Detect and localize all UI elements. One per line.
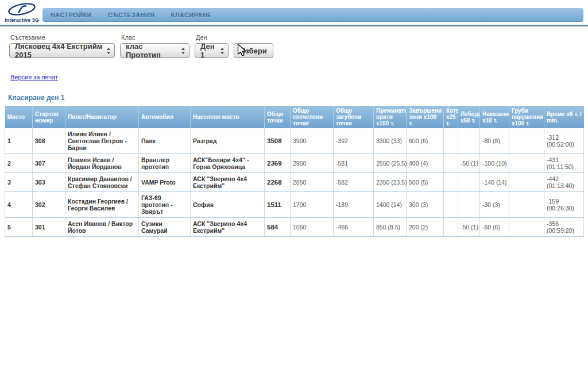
select-button[interactable]: Избери [234, 43, 273, 58]
main-nav: НАСТРОЙКИСЪСТЕЗАНИЯКЛАСИРАНЕ [42, 8, 583, 22]
column-header-zones-finished: Завършени зони x100 т. [407, 106, 444, 128]
cell-town: АСК "Зверино 4x4 Екстрийм" [191, 173, 265, 192]
cell-gates-passed: 3300 (33) [374, 128, 407, 154]
cell-time: -159 (00:26:30) [544, 192, 584, 218]
cell-time: -312 (00:52:00) [544, 128, 584, 154]
cell-anchors [444, 218, 458, 237]
select-arrows-icon [181, 48, 185, 54]
cell-car: Вранглер прототип [139, 154, 191, 173]
competition-select[interactable]: Лясковец 4x4 Екстрийм 2015 [9, 43, 115, 58]
cell-penalties: -30 (3) [480, 192, 509, 218]
cell-total-points: 2369 [265, 154, 291, 173]
cell-town: АСК "Зверино 4x4 Екстрийм" [191, 218, 265, 237]
cell-zones-finished: 300 (3) [407, 192, 444, 218]
cell-town: София [191, 192, 265, 218]
cell-time: -442 (01:13:40) [544, 173, 584, 192]
class-label: Клас [121, 34, 189, 41]
column-header-anchors: Котви x25 т. [444, 106, 458, 128]
column-header-penalties: Наказания x10 т. [480, 106, 509, 128]
cell-start-number: 302 [33, 192, 65, 218]
cell-penalties: -80 (8) [480, 128, 509, 154]
cell-anchors [444, 128, 458, 154]
column-header-car: Автомобил [139, 106, 191, 128]
brand-logo[interactable]: Interactive 3G [5, 2, 39, 23]
nav-item-2[interactable]: КЛАСИРАНЕ [171, 12, 212, 18]
table-row: 1308Илиян Илиев / Светослав Петров - Бар… [5, 128, 584, 154]
select-arrows-icon [220, 48, 224, 54]
cell-gates-passed: 2550 (25.5) [374, 154, 407, 173]
cell-points-won: 2850 [291, 173, 334, 192]
column-header-points-lost: Общо загубени точки [334, 106, 374, 128]
ranking-table: МястоСтартов номерПилот/НавигаторАвтомоб… [5, 106, 584, 237]
filter-day: Ден Ден 1 [195, 34, 229, 58]
cell-gross-violations [509, 173, 544, 192]
cell-total-points: 584 [265, 218, 291, 237]
filters-bar: Състезание Лясковец 4x4 Екстрийм 2015 Кл… [9, 34, 588, 58]
cell-start-number: 303 [33, 173, 65, 192]
table-header-row: МястоСтартов номерПилот/НавигаторАвтомоб… [5, 106, 584, 128]
cell-place: 5 [5, 218, 33, 237]
table-row: 5301Асен Иванов / Виктор ЙотовСузики Сам… [5, 218, 584, 237]
cell-zones-finished: 500 (5) [407, 173, 444, 192]
column-header-time: Време x6 т. / min. [544, 106, 584, 128]
cell-winches [458, 128, 480, 154]
filter-competition: Състезание Лясковец 4x4 Екстрийм 2015 [9, 34, 115, 58]
cell-car: Паяк [139, 128, 191, 154]
cell-points-won: 2950 [291, 154, 334, 173]
cell-anchors [444, 154, 458, 173]
app-header: Interactive 3G НАСТРОЙКИСЪСТЕЗАНИЯКЛАСИР… [0, 0, 588, 23]
cell-pilot-navigator: Костадин Георгиев / Георги Василев [65, 192, 139, 218]
day-select-value: Ден 1 [200, 42, 216, 59]
cell-pilot-navigator: Пламен Исаев / Йордан Йорданов [65, 154, 139, 173]
cell-total-points: 2268 [265, 173, 291, 192]
cell-gross-violations [509, 154, 544, 173]
cell-gross-violations [509, 192, 544, 218]
print-version-link[interactable]: Версия за печат [10, 74, 58, 80]
cell-zones-finished: 600 (6) [407, 128, 444, 154]
cell-total-points: 1511 [265, 192, 291, 218]
cell-town: Разград [191, 128, 265, 154]
cell-anchors [444, 192, 458, 218]
cell-points-lost: -466 [334, 218, 374, 237]
cell-zones-finished: 200 (2) [407, 218, 444, 237]
cell-start-number: 301 [33, 218, 65, 237]
nav-item-0[interactable]: НАСТРОЙКИ [51, 12, 92, 18]
cell-town: АСК"Боляри 4x4" - Горна Оряховица [191, 154, 265, 173]
cell-time: -431 (01:11:50) [544, 154, 584, 173]
cell-car: ГАЗ-69 прототип - Звярът [139, 192, 191, 218]
cell-place: 3 [5, 173, 33, 192]
cell-car: Сузики Самурай [139, 218, 191, 237]
cell-penalties: -100 (10) [480, 154, 509, 173]
cell-car: VAMP Proto [139, 173, 191, 192]
cell-place: 2 [5, 154, 33, 173]
competition-select-value: Лясковец 4x4 Екстрийм 2015 [15, 42, 103, 59]
cell-points-won: 1050 [291, 218, 334, 237]
cell-penalties: -60 (6) [480, 218, 509, 237]
cell-place: 4 [5, 192, 33, 218]
column-header-town: Населено място [191, 106, 265, 128]
column-header-place: Място [5, 106, 33, 128]
cell-start-number: 307 [33, 154, 65, 173]
day-select[interactable]: Ден 1 [195, 43, 229, 58]
brand-logo-text: Interactive 3G [5, 17, 39, 23]
cell-total-points: 3508 [265, 128, 291, 154]
cell-gates-passed: 2350 (23.5) [374, 173, 407, 192]
column-header-points-won: Общо спечелени точки [291, 106, 334, 128]
cell-points-lost: -581 [334, 154, 374, 173]
nav-item-1[interactable]: СЪСТЕЗАНИЯ [108, 12, 155, 18]
cell-pilot-navigator: Красимир Данаилов / Стефан Стояновски [65, 173, 139, 192]
cell-gross-violations [509, 128, 544, 154]
column-header-winches: Лебедки x50 т. [458, 106, 480, 128]
day-label: Ден [196, 34, 229, 41]
cell-points-lost: -189 [334, 192, 374, 218]
competition-label: Състезание [10, 34, 115, 41]
cell-winches: -50 (1) [458, 218, 480, 237]
cell-gates-passed: 1400 (14) [374, 192, 407, 218]
column-header-gross-violations: Груби нарушения x100 т. [509, 106, 544, 128]
cell-time: -356 (00:59:20) [544, 218, 584, 237]
class-select[interactable]: клас Прототип [120, 43, 189, 58]
filter-class: Клас клас Прототип [120, 34, 189, 58]
table-row: 3303Красимир Данаилов / Стефан Стояновск… [5, 173, 584, 192]
class-select-value: клас Прототип [126, 42, 177, 59]
section-title: Класиране ден 1 [8, 94, 588, 102]
